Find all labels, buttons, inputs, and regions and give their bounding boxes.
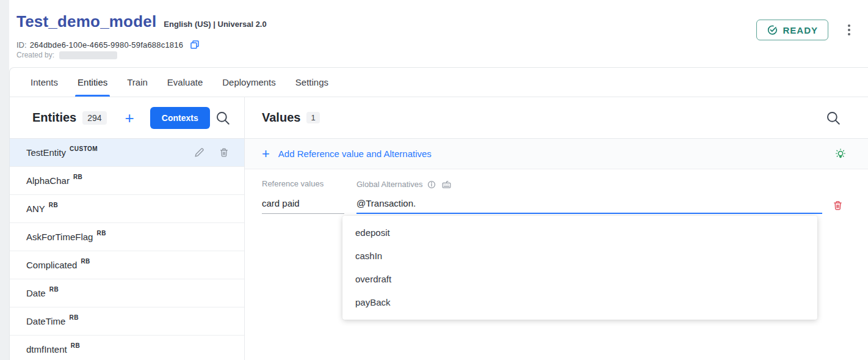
values-search-icon[interactable] — [825, 110, 841, 126]
page-left-gutter — [0, 0, 9, 360]
entity-row-datetime[interactable]: DateTime RB — [10, 307, 244, 336]
entity-name: Complicated — [26, 260, 77, 270]
entity-row-alphachar[interactable]: AlphaChar RB — [10, 167, 244, 195]
created-by-row: Created by: — [16, 51, 117, 59]
model-card: Intents Entities Train Evaluate Deployme… — [9, 67, 868, 360]
add-entity-icon[interactable]: + — [125, 110, 134, 126]
entities-count-badge: 294 — [82, 111, 106, 125]
title-row: Test_demo_model English (US) | Universal… — [16, 12, 267, 31]
entity-type-tag: RB — [71, 342, 80, 349]
global-alternatives-label: Global Alternatives — [356, 180, 422, 189]
dropdown-item-cashin[interactable]: cashIn — [342, 244, 817, 268]
keyboard-icon[interactable] — [441, 179, 452, 189]
entity-name: DateTime — [26, 316, 65, 326]
entity-type-tag: RB — [96, 230, 106, 237]
content-panels: Entities 294 + Contexts TestEntity CUSTO… — [10, 97, 868, 360]
created-by-label: Created by: — [16, 51, 54, 59]
delete-value-trash-icon[interactable] — [832, 199, 844, 211]
values-panel: Values 1 + Add Reference value and Alter… — [245, 97, 868, 360]
alternatives-suggestion-dropdown: edeposit cashIn overdraft payBack — [342, 216, 817, 320]
entities-title: Entities — [32, 111, 76, 125]
entity-row-testentity[interactable]: TestEntity CUSTOM — [10, 139, 244, 167]
entity-type-tag: RB — [73, 174, 82, 180]
entity-name: ANY — [26, 204, 45, 214]
tab-settings[interactable]: Settings — [286, 68, 338, 97]
entity-type-tag: CUSTOM — [70, 145, 98, 152]
entity-name: Date — [26, 288, 46, 298]
entity-name: TestEntity — [26, 147, 66, 158]
dropdown-item-edeposit[interactable]: edeposit — [342, 221, 817, 244]
model-id-value: 264dbde6-100e-4665-9980-59fa688c1816 — [30, 40, 184, 50]
model-language-version: English (US) | Universal 2.0 — [164, 20, 266, 29]
model-id-label: ID: — [16, 40, 27, 50]
entity-row-any[interactable]: ANY RB — [10, 195, 244, 223]
reference-value-input[interactable] — [262, 196, 344, 214]
value-inputs-row — [262, 196, 851, 214]
values-title: Values — [262, 111, 300, 125]
dropdown-item-overdraft[interactable]: overdraft — [342, 268, 817, 291]
status-badge[interactable]: READY — [756, 20, 828, 40]
add-reference-plus-icon[interactable]: + — [262, 147, 270, 161]
entity-name: dtmfIntent — [26, 344, 67, 354]
tab-evaluate[interactable]: Evaluate — [157, 68, 212, 97]
reference-form: Reference values Global Alternatives — [245, 169, 868, 214]
entity-name: AlphaChar — [26, 175, 70, 186]
tab-train[interactable]: Train — [117, 68, 157, 97]
entity-type-tag: RB — [81, 258, 90, 265]
created-by-redacted-value — [59, 51, 117, 59]
suggestions-lightbulb-icon[interactable] — [834, 147, 847, 161]
entity-list: TestEntity CUSTOM AlphaChar RB — [10, 139, 244, 360]
model-id-row: ID: 264dbde6-100e-4665-9980-59fa688c1816 — [16, 39, 200, 50]
tab-intents[interactable]: Intents — [21, 68, 68, 97]
entity-type-tag: RB — [49, 286, 59, 293]
page-title: Test_demo_model — [16, 12, 156, 31]
global-alternatives-input[interactable] — [356, 196, 822, 214]
tab-deployments[interactable]: Deployments — [212, 68, 286, 97]
kebab-menu-icon[interactable] — [844, 23, 855, 37]
entity-row-askfortimeflag[interactable]: AskForTimeFlag RB — [10, 223, 244, 251]
tab-bar: Intents Entities Train Evaluate Deployme… — [10, 68, 868, 97]
check-circle-icon — [767, 24, 778, 35]
entity-row-dtmfintent[interactable]: dtmfIntent RB — [10, 336, 244, 360]
global-alternatives-label-group: Global Alternatives — [356, 179, 452, 189]
delete-trash-icon[interactable] — [219, 147, 230, 158]
status-badge-label: READY — [783, 25, 818, 35]
model-header: Test_demo_model English (US) | Universal… — [9, 0, 868, 67]
entity-name: AskForTimeFlag — [26, 232, 93, 242]
entities-panel-header: Entities 294 + Contexts — [10, 97, 244, 139]
edit-pencil-icon[interactable] — [193, 147, 205, 158]
column-labels: Reference values Global Alternatives — [262, 179, 851, 189]
copy-icon[interactable] — [189, 39, 200, 50]
dropdown-item-payback[interactable]: payBack — [342, 291, 817, 314]
values-panel-header: Values 1 — [245, 97, 868, 139]
info-icon[interactable] — [427, 180, 436, 189]
entities-search-icon[interactable] — [215, 110, 231, 126]
entity-type-tag: RB — [69, 314, 78, 321]
add-reference-row: + Add Reference value and Alternatives — [245, 139, 868, 169]
entity-row-date[interactable]: Date RB — [10, 279, 244, 307]
contexts-button[interactable]: Contexts — [150, 107, 210, 129]
entity-row-complicated[interactable]: Complicated RB — [10, 251, 244, 279]
entity-row-actions — [193, 147, 230, 158]
entities-panel: Entities 294 + Contexts TestEntity CUSTO… — [10, 97, 245, 360]
reference-values-label: Reference values — [262, 179, 356, 189]
values-count-badge: 1 — [306, 112, 319, 123]
add-reference-link[interactable]: Add Reference value and Alternatives — [278, 149, 432, 159]
tab-entities[interactable]: Entities — [68, 68, 117, 97]
entity-type-tag: RB — [49, 202, 58, 208]
